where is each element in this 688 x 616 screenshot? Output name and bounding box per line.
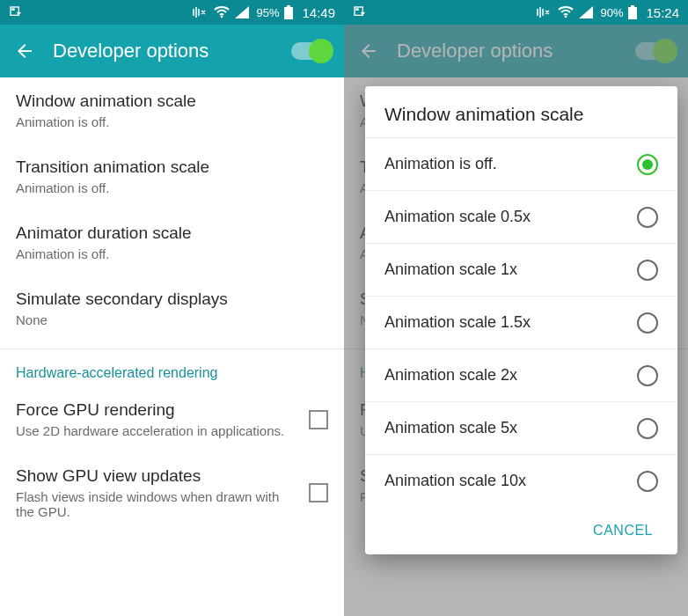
status-bar: 95% 14:49 <box>0 0 344 25</box>
option-animation-off[interactable]: Animation is off. <box>365 137 677 190</box>
page-title: Developer options <box>53 40 274 62</box>
section-gpu-rendering: Hardware-accelerated rendering <box>0 349 344 386</box>
item-window-animation-scale[interactable]: Window animation scale Animation is off. <box>0 77 344 143</box>
battery-percent: 90% <box>600 6 623 19</box>
radio[interactable] <box>637 260 658 281</box>
app-header: Developer options <box>344 25 688 77</box>
item-sub: Use 2D hardware acceleration in applicat… <box>16 423 298 438</box>
svg-point-5 <box>565 16 567 18</box>
svg-rect-7 <box>631 5 634 7</box>
option-label: Animation scale 2x <box>384 366 517 385</box>
option-animation-10x[interactable]: Animation scale 10x <box>365 454 677 507</box>
settings-list: Window animation scale Animation is off.… <box>0 77 344 616</box>
radio[interactable] <box>637 207 658 228</box>
page-title: Developer options <box>397 40 618 62</box>
item-sub: Flash views inside windows when drawn wi… <box>16 489 298 519</box>
item-show-gpu-view-updates[interactable]: Show GPU view updates Flash views inside… <box>0 452 344 533</box>
option-label: Animation is off. <box>384 155 497 173</box>
item-title: Force GPU rendering <box>16 400 298 420</box>
option-animation-1x[interactable]: Animation scale 1x <box>365 243 677 296</box>
checkbox[interactable] <box>309 483 328 502</box>
cancel-button[interactable]: CANCEL <box>584 516 662 546</box>
option-label: Animation scale 1.5x <box>384 313 531 332</box>
item-title: Window animation scale <box>16 92 328 111</box>
item-animator-duration-scale[interactable]: Animator duration scale Animation is off… <box>0 209 344 275</box>
back-icon[interactable] <box>14 40 35 62</box>
radio[interactable] <box>637 365 658 386</box>
vibrate-icon <box>193 6 209 18</box>
wifi-icon <box>214 6 230 18</box>
battery-percent: 95% <box>256 6 279 19</box>
svg-point-1 <box>221 16 223 18</box>
item-title: Simulate secondary displays <box>16 290 328 309</box>
item-title: Show GPU view updates <box>16 466 298 486</box>
app-header: Developer options <box>0 25 344 77</box>
item-force-gpu-rendering[interactable]: Force GPU rendering Use 2D hardware acce… <box>0 386 344 452</box>
item-sub: Animation is off. <box>16 114 328 129</box>
svg-rect-2 <box>284 7 293 19</box>
item-sub: Animation is off. <box>16 180 328 195</box>
signal-icon <box>579 6 593 18</box>
option-label: Animation scale 1x <box>384 260 517 279</box>
option-label: Animation scale 10x <box>384 472 526 490</box>
back-icon[interactable] <box>358 40 379 62</box>
svg-rect-3 <box>287 5 290 7</box>
phone-right: 90% 15:24 Developer options W Ar Tr Ar A… <box>344 0 688 616</box>
vibrate-icon <box>537 6 553 18</box>
item-title: Animator duration scale <box>16 224 328 243</box>
battery-icon <box>628 5 637 19</box>
radio-selected[interactable] <box>637 154 658 175</box>
dev-options-toggle[interactable] <box>635 42 674 60</box>
option-label: Animation scale 0.5x <box>384 208 531 226</box>
radio[interactable] <box>637 418 658 439</box>
checkbox[interactable] <box>309 410 328 429</box>
battery-icon <box>284 5 293 19</box>
rx-icon <box>9 5 23 19</box>
rx-icon <box>353 5 367 19</box>
option-animation-5x[interactable]: Animation scale 5x <box>365 401 677 454</box>
option-animation-15x[interactable]: Animation scale 1.5x <box>365 296 677 348</box>
radio[interactable] <box>637 471 658 492</box>
item-sub: None <box>16 312 328 327</box>
svg-rect-6 <box>628 7 637 19</box>
item-transition-animation-scale[interactable]: Transition animation scale Animation is … <box>0 143 344 209</box>
phone-left: 95% 14:49 Developer options Window anima… <box>0 0 344 616</box>
radio[interactable] <box>637 312 658 334</box>
option-animation-05x[interactable]: Animation scale 0.5x <box>365 190 677 243</box>
dev-options-toggle[interactable] <box>291 42 330 60</box>
status-bar: 90% 15:24 <box>344 0 688 25</box>
option-animation-2x[interactable]: Animation scale 2x <box>365 348 677 401</box>
clock: 15:24 <box>646 5 679 20</box>
item-simulate-secondary-displays[interactable]: Simulate secondary displays None <box>0 275 344 341</box>
dialog-actions: CANCEL <box>365 507 677 549</box>
clock: 14:49 <box>302 5 335 20</box>
item-sub: Animation is off. <box>16 246 328 261</box>
item-title: Transition animation scale <box>16 158 328 177</box>
wifi-icon <box>558 6 574 18</box>
dialog-window-animation-scale: Window animation scale Animation is off.… <box>365 86 677 554</box>
option-label: Animation scale 5x <box>384 419 517 437</box>
signal-icon <box>235 6 249 18</box>
dialog-title: Window animation scale <box>365 86 677 137</box>
